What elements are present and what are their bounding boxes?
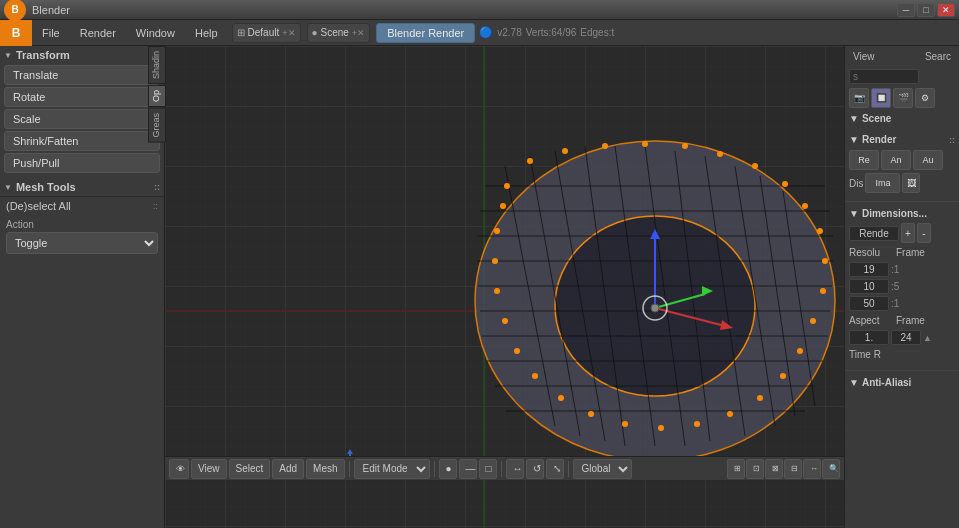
push-pull-button[interactable]: Push/Pull xyxy=(4,153,160,173)
edge-mode-btn[interactable]: — xyxy=(459,459,477,479)
vtab-greas[interactable]: Greas xyxy=(148,108,165,143)
vtab-op[interactable]: Op xyxy=(148,85,165,107)
rp-anti-header[interactable]: ▼ Anti-Aliasi xyxy=(849,374,955,391)
rp-r1-val[interactable]: 19 xyxy=(849,262,889,277)
menu-render[interactable]: Render xyxy=(70,24,126,42)
titlebar-controls: ─ □ ✕ xyxy=(897,3,955,17)
rp-resolu-label: Resolu xyxy=(849,245,894,260)
rp-anim-btn[interactable]: An xyxy=(881,150,911,170)
rp-sep-1 xyxy=(845,201,959,202)
svg-point-47 xyxy=(658,425,664,431)
extra-btn-6[interactable]: 🔍 xyxy=(822,459,840,479)
scale-mode-btn[interactable]: ⤡ xyxy=(546,459,564,479)
rp-dimensions-header[interactable]: ▼ Dimensions... xyxy=(849,205,955,222)
rp-r2-val[interactable]: 10 xyxy=(849,279,889,294)
svg-point-65 xyxy=(651,304,659,312)
rp-ima-icon[interactable]: 🖼 xyxy=(902,173,920,193)
scale-button[interactable]: Scale xyxy=(4,109,160,129)
extra-btn-5[interactable]: ↔ xyxy=(803,459,821,479)
rp-audio-btn[interactable]: Au xyxy=(913,150,943,170)
vert-info: Verts:64/96 xyxy=(526,27,577,38)
rp-scene-header[interactable]: ▼ Scene xyxy=(849,110,955,127)
rp-icon-anim[interactable]: 🎬 xyxy=(893,88,913,108)
rp-rende-val[interactable]: Rende xyxy=(849,226,899,241)
viewport-icon[interactable]: 👁 xyxy=(169,459,189,479)
rp-plus-btn[interactable]: + xyxy=(901,223,915,243)
viewport-view-btn[interactable]: View xyxy=(191,459,227,479)
svg-point-50 xyxy=(558,395,564,401)
menu-file[interactable]: File xyxy=(32,24,70,42)
rp-icon-settings[interactable]: ⚙ xyxy=(915,88,935,108)
minimize-button[interactable]: ─ xyxy=(897,3,915,17)
rp-frame-val[interactable]: 24 xyxy=(891,330,921,345)
vp-sep-4 xyxy=(568,461,569,477)
edge-info: Edges:t xyxy=(580,27,614,38)
right-panel-header: View Searc xyxy=(845,46,959,67)
svg-point-46 xyxy=(694,421,700,427)
transform-section-header[interactable]: ▼ Transform xyxy=(0,46,164,64)
rp-minus-btn[interactable]: - xyxy=(917,223,931,243)
rotate-mode-btn[interactable]: ↺ xyxy=(526,459,544,479)
rp-aspect-row: Aspect Frame xyxy=(849,312,955,329)
viewport-add-btn[interactable]: Add xyxy=(272,459,304,479)
rp-dis-label: Dis xyxy=(849,176,863,191)
vp-sep-3 xyxy=(501,461,502,477)
extra-btn-3[interactable]: ⊠ xyxy=(765,459,783,479)
svg-point-34 xyxy=(717,151,723,157)
rp-view-tab[interactable]: View xyxy=(849,49,879,64)
rp-anti-arrow: ▼ xyxy=(849,377,859,388)
menu-help[interactable]: Help xyxy=(185,24,228,42)
rp-dis-row: Dis Ima 🖼 xyxy=(849,172,955,194)
rp-sep-2 xyxy=(845,370,959,371)
rp-search-input[interactable] xyxy=(849,69,919,84)
viewport-select-btn[interactable]: Select xyxy=(229,459,271,479)
mesh-tools-arrow: ▼ xyxy=(4,183,12,192)
render-engine-button[interactable]: Blender Render xyxy=(376,23,475,43)
rp-render-label: Render xyxy=(862,134,896,145)
extra-btn-4[interactable]: ⊟ xyxy=(784,459,802,479)
translate-button[interactable]: Translate xyxy=(4,65,160,85)
rp-scene-label: Scene xyxy=(862,113,891,124)
rp-search-tab[interactable]: Searc xyxy=(921,49,955,64)
vertex-mode-btn[interactable]: ● xyxy=(439,459,457,479)
extra-btn-2[interactable]: ⊡ xyxy=(746,459,764,479)
svg-point-31 xyxy=(602,143,608,149)
rp-render-btn[interactable]: Re xyxy=(849,150,879,170)
maximize-button[interactable]: □ xyxy=(917,3,935,17)
svg-point-53 xyxy=(502,318,508,324)
rp-icon-camera[interactable]: 📷 xyxy=(849,88,869,108)
rp-col-headers: Resolu Frame xyxy=(849,244,955,261)
svg-point-39 xyxy=(822,258,828,264)
action-label: Action xyxy=(6,219,158,230)
action-select[interactable]: Toggle xyxy=(6,232,158,254)
rp-row-3: 50 :1 xyxy=(849,295,955,312)
svg-point-52 xyxy=(514,348,520,354)
deselect-label: (De)select All xyxy=(6,200,71,212)
mesh-tools-section-header[interactable]: ▼ Mesh Tools :: xyxy=(0,178,164,196)
rp-render-header[interactable]: ▼ Render :: xyxy=(849,131,955,148)
viewport-mesh-btn[interactable]: Mesh xyxy=(306,459,344,479)
edit-mode-select[interactable]: Edit Mode xyxy=(354,459,430,479)
global-select[interactable]: Global xyxy=(573,459,632,479)
rp-ima-btn[interactable]: Ima xyxy=(865,173,900,193)
shrink-fatten-button[interactable]: Shrink/Fatten xyxy=(4,131,160,151)
svg-point-28 xyxy=(504,183,510,189)
vp-sep-1 xyxy=(349,461,350,477)
transform-mode-btn[interactable]: ↔ xyxy=(506,459,524,479)
rotate-button[interactable]: Rotate xyxy=(4,87,160,107)
menu-logo[interactable]: B xyxy=(0,20,32,46)
extra-icon-buttons: ⊞ ⊡ ⊠ ⊟ ↔ 🔍 xyxy=(727,459,840,479)
titlebar: B Blender ─ □ ✕ xyxy=(0,0,959,20)
rp-icon-render[interactable]: 🔲 xyxy=(871,88,891,108)
svg-point-43 xyxy=(780,373,786,379)
face-mode-btn[interactable]: □ xyxy=(479,459,497,479)
menu-window[interactable]: Window xyxy=(126,24,185,42)
close-button[interactable]: ✕ xyxy=(937,3,955,17)
rp-r3-val[interactable]: 50 xyxy=(849,296,889,311)
extra-btn-1[interactable]: ⊞ xyxy=(727,459,745,479)
rp-anti-section: ▼ Anti-Aliasi xyxy=(845,374,959,395)
deselect-header: (De)select All :: xyxy=(0,196,164,215)
vtab-shadin[interactable]: Shadin xyxy=(148,46,165,84)
rp-aspect-val[interactable]: 1. xyxy=(849,330,889,345)
rp-anti-label: Anti-Aliasi xyxy=(862,377,911,388)
